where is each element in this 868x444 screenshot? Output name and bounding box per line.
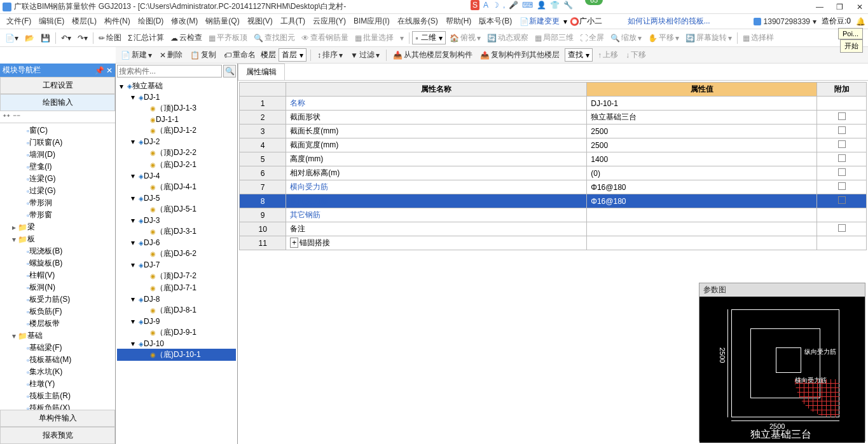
property-row[interactable]: 7横向受力筋Φ16@180: [240, 180, 867, 194]
component-node[interactable]: ▾◈ 独立基础: [117, 80, 236, 92]
component-node[interactable]: ◉ （底)DJ-3-1: [117, 225, 236, 238]
tree-node[interactable]: ▫ 楼层板带: [1, 318, 114, 330]
component-node[interactable]: ◉ （底)DJ-1-2: [117, 124, 236, 137]
menu-modify[interactable]: 修改(M): [167, 15, 202, 28]
menu-edit[interactable]: 编辑(E): [35, 15, 68, 28]
component-node[interactable]: ◉ （底)DJ-2-1: [117, 159, 236, 171]
property-row[interactable]: 11+锚固搭接: [240, 236, 867, 250]
tree-node[interactable]: ▸📁 梁: [1, 221, 114, 233]
search-button[interactable]: 🔍: [223, 65, 236, 77]
notification-badge[interactable]: 65: [585, 0, 603, 5]
sort-button[interactable]: ↕排序▾: [315, 48, 345, 62]
property-row[interactable]: 6相对底标高(m)(0): [240, 166, 867, 180]
bell-icon[interactable]: 🔔: [856, 17, 865, 26]
tree-node[interactable]: ▫ 连梁(G): [1, 173, 114, 185]
tree-node[interactable]: ▫ 柱帽(V): [1, 269, 114, 281]
component-node[interactable]: ◉ （底)DJ-10-1: [117, 349, 236, 361]
report-preview-tab[interactable]: 报表预览: [0, 427, 115, 444]
delete-button[interactable]: ✕删除: [157, 48, 185, 62]
tree-node[interactable]: ▫ 柱墩(Y): [1, 378, 114, 390]
find-dropdown[interactable]: 查找▾: [565, 48, 593, 62]
component-node[interactable]: ◉ （顶)DJ-1-3: [117, 102, 236, 114]
component-node[interactable]: ▾◈ DJ-6: [117, 238, 236, 248]
filter-button[interactable]: ▼过滤▾: [348, 48, 382, 62]
property-row[interactable]: 9其它钢筋: [240, 208, 867, 222]
sum-button[interactable]: Σ 汇总计算: [125, 31, 167, 44]
cloud-check-button[interactable]: ☁云检查: [168, 31, 205, 44]
tree-node[interactable]: ▫ 过梁(G): [1, 185, 114, 197]
property-row[interactable]: 5高度(mm)1400: [240, 152, 867, 166]
maximize-button[interactable]: ❐: [836, 3, 845, 11]
menu-bim[interactable]: BIM应用(I): [350, 15, 394, 28]
tree-node[interactable]: ▫ 板洞(N): [1, 281, 114, 293]
menu-version[interactable]: 版本号(B): [475, 15, 516, 28]
property-row[interactable]: 2截面形状独立基础三台: [240, 111, 867, 124]
menu-file[interactable]: 文件(F): [3, 15, 35, 28]
menu-floor[interactable]: 楼层(L): [68, 15, 100, 28]
tree-node[interactable]: ▫ 板受力筋(S): [1, 293, 114, 306]
rename-button[interactable]: 🏷重命名: [221, 48, 258, 62]
tree-node[interactable]: ▫ 筏板基础(M): [1, 354, 114, 366]
undo-button[interactable]: ↶▾: [59, 32, 74, 44]
copy-from-button[interactable]: 📥从其他楼层复制构件: [390, 48, 475, 62]
property-row[interactable]: 4截面宽度(mm)2500: [240, 138, 867, 152]
nav-tree[interactable]: ▫ 窗(C)▫ 门联窗(A)▫ 墙洞(D)▫ 壁龛(I)▫ 连梁(G)▫ 过梁(…: [0, 123, 115, 410]
component-node[interactable]: ▾◈ DJ-7: [117, 260, 236, 270]
tree-node[interactable]: ▫ 壁龛(I): [1, 161, 114, 173]
tree-node[interactable]: ▫ 带形洞: [1, 197, 114, 209]
menu-cloud[interactable]: 云应用(Y): [309, 15, 350, 28]
component-node[interactable]: ▾◈ DJ-2: [117, 137, 236, 147]
component-node[interactable]: ▾◈ DJ-5: [117, 193, 236, 203]
view-mode-dropdown[interactable]: ▫二维▾: [412, 31, 445, 44]
open-button[interactable]: 📂: [22, 32, 37, 44]
new-file-button[interactable]: 📄▾: [3, 32, 21, 44]
new-comp-button[interactable]: 📄新建▾: [118, 48, 155, 62]
collapse-all-icon[interactable]: ⁻⁻: [13, 112, 20, 121]
property-row[interactable]: 8纵向受力筋Φ16@180: [240, 194, 867, 208]
tree-node[interactable]: ▫ 集水坑(K): [1, 366, 114, 378]
tree-node[interactable]: ▾📁 板: [1, 233, 114, 245]
property-row[interactable]: 3截面长度(mm)2500: [240, 124, 867, 138]
property-row[interactable]: 10备注: [240, 222, 867, 236]
minimize-button[interactable]: —: [816, 3, 825, 11]
tree-node[interactable]: ▫ 现浇板(B): [1, 245, 114, 257]
component-node[interactable]: ◉ （底)DJ-6-2: [117, 248, 236, 260]
component-node[interactable]: ▾◈ DJ-3: [117, 215, 236, 225]
component-node[interactable]: ▾◈ DJ-8: [117, 294, 236, 304]
menu-view[interactable]: 视图(V): [244, 15, 277, 28]
hint-link[interactable]: 如何让两块相邻的筏板...: [628, 16, 710, 27]
menu-rebar[interactable]: 钢筋量(Q): [202, 15, 243, 28]
menu-draw[interactable]: 绘图(D): [134, 15, 168, 28]
project-settings-tab[interactable]: 工程设置: [0, 77, 115, 94]
draw-input-tab[interactable]: 绘图输入: [0, 94, 115, 111]
component-node[interactable]: ▾◈ DJ-1: [117, 92, 236, 102]
tree-node[interactable]: ▫ 筏板负筋(X): [1, 402, 114, 410]
save-button[interactable]: 💾: [38, 32, 53, 44]
sidebar-pin-icon[interactable]: 📌 ✕: [95, 66, 113, 75]
tree-node[interactable]: ▫ 基础梁(F): [1, 342, 114, 354]
component-node[interactable]: ◉ （顶)DJ-2-2: [117, 147, 236, 159]
tree-node[interactable]: ▫ 板负筋(F): [1, 306, 114, 318]
menu-help[interactable]: 帮助(H): [442, 15, 476, 28]
component-node[interactable]: ◉ （底)DJ-4-1: [117, 181, 236, 193]
expand-all-icon[interactable]: ⁺⁺: [3, 112, 10, 121]
menu-tool[interactable]: 工具(T): [277, 15, 309, 28]
tree-node[interactable]: ▫ 门联窗(A): [1, 137, 114, 149]
menu-component[interactable]: 构件(N): [100, 15, 134, 28]
account-info[interactable]: 13907298339▾: [754, 17, 816, 26]
tree-node[interactable]: ▾📁 基础: [1, 330, 114, 342]
copy-to-button[interactable]: 📤复制构件到其他楼层: [478, 48, 562, 62]
close-button[interactable]: ✕: [857, 3, 865, 11]
tree-node[interactable]: ▫ 筏板主筋(R): [1, 390, 114, 402]
draw-button[interactable]: ✏绘图: [96, 31, 124, 44]
component-node[interactable]: ◉ DJ-1-1: [117, 114, 236, 124]
new-change-link[interactable]: 新建变更: [529, 16, 560, 27]
component-node[interactable]: ◉ （顶)DJ-7-2: [117, 270, 236, 282]
floor-dropdown[interactable]: 首层▾: [279, 48, 307, 62]
component-tree[interactable]: ▾◈ 独立基础▾◈ DJ-1◉ （顶)DJ-1-3◉ DJ-1-1◉ （底)DJ…: [116, 79, 237, 444]
property-row[interactable]: 1名称DJ-10-1: [240, 97, 867, 111]
single-input-tab[interactable]: 单构件输入: [0, 410, 115, 427]
copy-button[interactable]: 📋复制: [188, 48, 219, 62]
component-node[interactable]: ▾◈ DJ-9: [117, 316, 236, 326]
component-node[interactable]: ◉ （底)DJ-8-1: [117, 304, 236, 316]
